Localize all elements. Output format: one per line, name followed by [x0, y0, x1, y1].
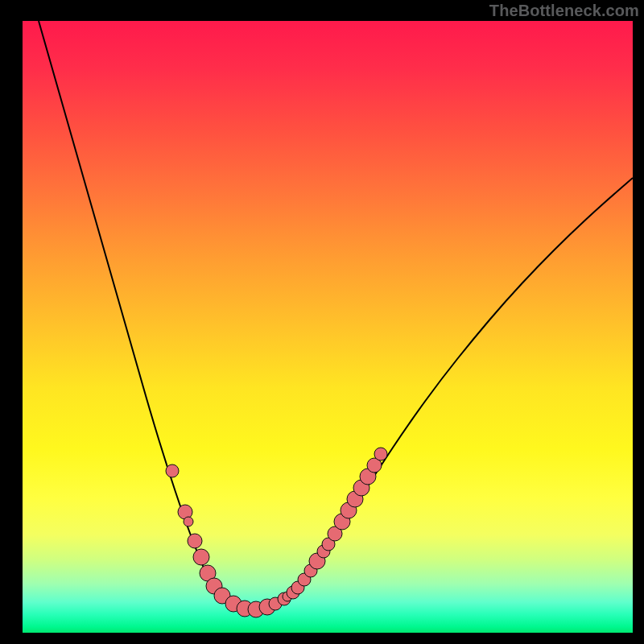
marker-dot: [166, 464, 179, 477]
highlighted-marker-group: [166, 448, 387, 617]
marker-dot: [184, 517, 193, 526]
marker-dot: [374, 448, 387, 460]
marker-dot: [188, 534, 202, 548]
bottleneck-curve-svg: [23, 21, 633, 633]
marker-dot: [193, 549, 209, 565]
watermark-text: TheBottleneck.com: [489, 2, 639, 20]
